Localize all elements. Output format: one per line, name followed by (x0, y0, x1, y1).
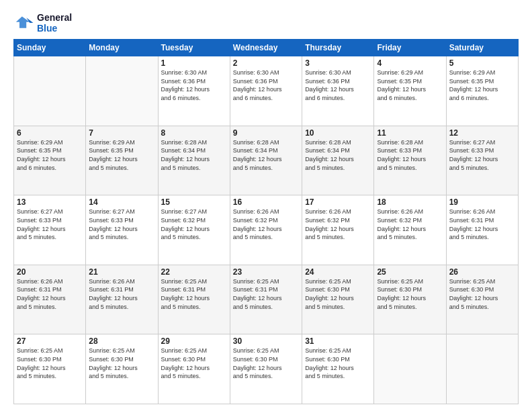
day-number: 15 (161, 197, 227, 207)
calendar-day-2: 2Sunrise: 6:30 AM Sunset: 6:36 PM Daylig… (230, 56, 302, 126)
day-info: Sunrise: 6:26 AM Sunset: 6:32 PM Dayligh… (233, 208, 299, 241)
day-number: 9 (233, 128, 299, 138)
day-info: Sunrise: 6:29 AM Sunset: 6:35 PM Dayligh… (449, 68, 515, 102)
day-number: 20 (17, 267, 83, 277)
day-number: 17 (305, 197, 371, 207)
day-info: Sunrise: 6:25 AM Sunset: 6:30 PM Dayligh… (305, 347, 371, 380)
col-header-sunday: Sunday (14, 40, 86, 56)
day-number: 11 (377, 128, 443, 138)
day-info: Sunrise: 6:25 AM Sunset: 6:31 PM Dayligh… (161, 277, 227, 311)
day-number: 8 (161, 128, 227, 138)
day-info: Sunrise: 6:27 AM Sunset: 6:33 PM Dayligh… (17, 208, 83, 241)
calendar-day-5: 5Sunrise: 6:29 AM Sunset: 6:35 PM Daylig… (446, 56, 518, 126)
day-info: Sunrise: 6:30 AM Sunset: 6:36 PM Dayligh… (233, 68, 299, 102)
calendar-day-25: 25Sunrise: 6:25 AM Sunset: 6:30 PM Dayli… (374, 265, 446, 334)
day-info: Sunrise: 6:28 AM Sunset: 6:33 PM Dayligh… (377, 138, 443, 172)
day-number: 29 (161, 336, 227, 346)
day-number: 21 (89, 267, 154, 277)
day-number: 10 (305, 128, 371, 138)
day-number: 5 (449, 58, 515, 68)
calendar-day-17: 17Sunrise: 6:26 AM Sunset: 6:32 PM Dayli… (302, 195, 374, 265)
calendar-week-2: 13Sunrise: 6:27 AM Sunset: 6:33 PM Dayli… (14, 195, 519, 265)
calendar-header-row: SundayMondayTuesdayWednesdayThursdayFrid… (14, 40, 519, 56)
day-number: 18 (377, 197, 443, 207)
calendar-day-8: 8Sunrise: 6:28 AM Sunset: 6:34 PM Daylig… (158, 126, 230, 195)
empty-cell (446, 334, 518, 404)
calendar-day-21: 21Sunrise: 6:26 AM Sunset: 6:31 PM Dayli… (86, 265, 158, 334)
calendar-week-1: 6Sunrise: 6:29 AM Sunset: 6:35 PM Daylig… (14, 126, 519, 195)
day-info: Sunrise: 6:25 AM Sunset: 6:31 PM Dayligh… (233, 277, 299, 311)
calendar-day-7: 7Sunrise: 6:29 AM Sunset: 6:35 PM Daylig… (86, 126, 158, 195)
day-number: 23 (233, 267, 299, 277)
day-info: Sunrise: 6:25 AM Sunset: 6:30 PM Dayligh… (161, 347, 227, 380)
day-number: 25 (377, 267, 443, 277)
calendar-week-0: 1Sunrise: 6:30 AM Sunset: 6:36 PM Daylig… (14, 56, 519, 126)
day-info: Sunrise: 6:25 AM Sunset: 6:30 PM Dayligh… (449, 277, 515, 311)
calendar-day-4: 4Sunrise: 6:29 AM Sunset: 6:35 PM Daylig… (374, 56, 446, 126)
calendar-day-18: 18Sunrise: 6:26 AM Sunset: 6:32 PM Dayli… (374, 195, 446, 265)
day-info: Sunrise: 6:29 AM Sunset: 6:35 PM Dayligh… (377, 68, 443, 102)
day-info: Sunrise: 6:25 AM Sunset: 6:30 PM Dayligh… (305, 277, 371, 311)
logo: General Blue (13, 12, 72, 34)
day-info: Sunrise: 6:27 AM Sunset: 6:33 PM Dayligh… (89, 208, 154, 241)
calendar-day-15: 15Sunrise: 6:27 AM Sunset: 6:32 PM Dayli… (158, 195, 230, 265)
day-number: 27 (17, 336, 83, 346)
day-info: Sunrise: 6:28 AM Sunset: 6:34 PM Dayligh… (233, 138, 299, 172)
day-info: Sunrise: 6:29 AM Sunset: 6:35 PM Dayligh… (89, 138, 154, 172)
empty-cell (86, 56, 158, 126)
day-info: Sunrise: 6:27 AM Sunset: 6:32 PM Dayligh… (161, 208, 227, 241)
calendar-day-14: 14Sunrise: 6:27 AM Sunset: 6:33 PM Dayli… (86, 195, 158, 265)
calendar-day-12: 12Sunrise: 6:27 AM Sunset: 6:33 PM Dayli… (446, 126, 518, 195)
calendar-day-30: 30Sunrise: 6:25 AM Sunset: 6:30 PM Dayli… (230, 334, 302, 404)
calendar-day-23: 23Sunrise: 6:25 AM Sunset: 6:31 PM Dayli… (230, 265, 302, 334)
calendar-day-20: 20Sunrise: 6:26 AM Sunset: 6:31 PM Dayli… (14, 265, 86, 334)
empty-cell (374, 334, 446, 404)
calendar-day-19: 19Sunrise: 6:26 AM Sunset: 6:31 PM Dayli… (446, 195, 518, 265)
calendar-week-3: 20Sunrise: 6:26 AM Sunset: 6:31 PM Dayli… (14, 265, 519, 334)
day-number: 16 (233, 197, 299, 207)
day-info: Sunrise: 6:28 AM Sunset: 6:34 PM Dayligh… (161, 138, 227, 172)
day-number: 30 (233, 336, 299, 346)
calendar-day-9: 9Sunrise: 6:28 AM Sunset: 6:34 PM Daylig… (230, 126, 302, 195)
day-info: Sunrise: 6:27 AM Sunset: 6:33 PM Dayligh… (449, 138, 515, 172)
calendar-day-3: 3Sunrise: 6:30 AM Sunset: 6:36 PM Daylig… (302, 56, 374, 126)
logo-bird-icon (13, 12, 35, 34)
day-number: 6 (17, 128, 83, 138)
day-number: 2 (233, 58, 299, 68)
header: General Blue (13, 12, 519, 34)
day-number: 26 (449, 267, 515, 277)
calendar-day-1: 1Sunrise: 6:30 AM Sunset: 6:36 PM Daylig… (158, 56, 230, 126)
col-header-wednesday: Wednesday (230, 40, 302, 56)
calendar-day-13: 13Sunrise: 6:27 AM Sunset: 6:33 PM Dayli… (14, 195, 86, 265)
day-number: 7 (89, 128, 154, 138)
empty-cell (14, 56, 86, 126)
calendar-day-16: 16Sunrise: 6:26 AM Sunset: 6:32 PM Dayli… (230, 195, 302, 265)
calendar-day-24: 24Sunrise: 6:25 AM Sunset: 6:30 PM Dayli… (302, 265, 374, 334)
day-number: 3 (305, 58, 371, 68)
day-number: 22 (161, 267, 227, 277)
col-header-saturday: Saturday (446, 40, 518, 56)
day-number: 31 (305, 336, 371, 346)
day-number: 4 (377, 58, 443, 68)
calendar-table: SundayMondayTuesdayWednesdayThursdayFrid… (13, 39, 519, 404)
calendar-day-22: 22Sunrise: 6:25 AM Sunset: 6:31 PM Dayli… (158, 265, 230, 334)
calendar-week-4: 27Sunrise: 6:25 AM Sunset: 6:30 PM Dayli… (14, 334, 519, 404)
day-info: Sunrise: 6:25 AM Sunset: 6:30 PM Dayligh… (377, 277, 443, 311)
col-header-tuesday: Tuesday (158, 40, 230, 56)
calendar-day-6: 6Sunrise: 6:29 AM Sunset: 6:35 PM Daylig… (14, 126, 86, 195)
day-number: 14 (89, 197, 154, 207)
day-info: Sunrise: 6:26 AM Sunset: 6:31 PM Dayligh… (89, 277, 154, 311)
calendar-day-28: 28Sunrise: 6:25 AM Sunset: 6:30 PM Dayli… (86, 334, 158, 404)
day-number: 19 (449, 197, 515, 207)
calendar-day-26: 26Sunrise: 6:25 AM Sunset: 6:30 PM Dayli… (446, 265, 518, 334)
day-info: Sunrise: 6:25 AM Sunset: 6:30 PM Dayligh… (233, 347, 299, 380)
logo-blue: Blue (37, 23, 72, 34)
page: General Blue SundayMondayTuesdayWednesda… (0, 0, 532, 411)
col-header-monday: Monday (86, 40, 158, 56)
day-info: Sunrise: 6:26 AM Sunset: 6:32 PM Dayligh… (377, 208, 443, 241)
col-header-thursday: Thursday (302, 40, 374, 56)
calendar-day-29: 29Sunrise: 6:25 AM Sunset: 6:30 PM Dayli… (158, 334, 230, 404)
day-number: 12 (449, 128, 515, 138)
day-info: Sunrise: 6:26 AM Sunset: 6:31 PM Dayligh… (449, 208, 515, 241)
day-number: 13 (17, 197, 83, 207)
